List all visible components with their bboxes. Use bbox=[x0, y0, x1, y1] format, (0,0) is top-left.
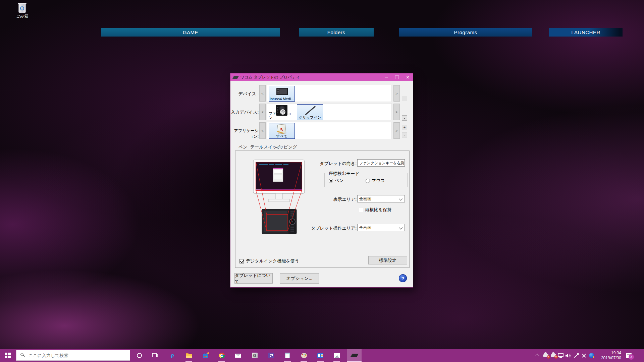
clock-date: 2019/07/30 bbox=[601, 356, 621, 361]
options-button[interactable]: オプション... bbox=[280, 273, 319, 284]
cortana-icon bbox=[137, 353, 142, 358]
store-icon bbox=[203, 353, 208, 358]
input-device-prev-button[interactable]: < bbox=[259, 104, 266, 120]
taskbar-item-photos[interactable] bbox=[329, 349, 344, 362]
chrome-icon bbox=[219, 353, 225, 358]
taskbar-item-mail[interactable] bbox=[231, 349, 246, 362]
dock-button-folders[interactable]: Folders bbox=[299, 28, 374, 37]
mail-icon bbox=[235, 354, 241, 358]
about-tablet-button[interactable]: タブレットについて bbox=[234, 273, 273, 284]
taskbar-item-file-explorer[interactable] bbox=[181, 349, 196, 362]
action-center-button[interactable]: 3 bbox=[623, 349, 635, 362]
search-input[interactable] bbox=[28, 353, 130, 358]
chevron-up-icon bbox=[535, 354, 539, 358]
x-icon bbox=[582, 353, 586, 358]
dock-button-game-label: GAME bbox=[183, 29, 198, 35]
digital-ink-label: デジタルインク機能を使う bbox=[246, 258, 299, 264]
radio-pen[interactable]: ペン bbox=[329, 178, 344, 184]
tray-show-hidden-icons[interactable] bbox=[533, 349, 542, 362]
taskbar: e bbox=[0, 349, 644, 362]
tablet-area-value: 全画面 bbox=[359, 225, 371, 230]
tablet-area-dropdown[interactable]: 全画面 bbox=[357, 224, 405, 231]
input-device-item-functions[interactable]: ファンクション bbox=[269, 104, 295, 120]
device-next-button[interactable]: > bbox=[393, 85, 400, 102]
cloud-error-icon: × bbox=[551, 354, 556, 357]
input-device-row-label: 入力デバイス: bbox=[230, 109, 259, 115]
recycle-bin-icon bbox=[18, 3, 26, 13]
radio-mouse-dot bbox=[366, 179, 370, 183]
radio-pen-dot bbox=[329, 179, 333, 183]
tray-volume[interactable] bbox=[564, 349, 573, 362]
coordinate-mode-group-label: 座標検出モード bbox=[327, 171, 361, 177]
application-remove-button[interactable]: - bbox=[402, 132, 407, 137]
display-area-dropdown[interactable]: 全画面 bbox=[357, 195, 405, 202]
device-list: Intuos4 Medi... bbox=[267, 85, 392, 102]
grip-pen-icon bbox=[304, 106, 317, 116]
application-prev-button[interactable]: < bbox=[259, 122, 266, 139]
application-list-separator bbox=[297, 123, 297, 138]
tablet-orientation-dropdown[interactable]: ファンクションキーを右側 bbox=[357, 159, 405, 167]
minimize-button[interactable] bbox=[381, 73, 391, 81]
application-next-button[interactable]: > bbox=[393, 122, 400, 139]
window-title: ワコム タブレットの プロパティ bbox=[240, 74, 300, 80]
default-settings-button[interactable]: 標準設定 bbox=[368, 256, 407, 264]
keep-aspect-checkbox[interactable]: 縦横比を保持 bbox=[359, 207, 391, 213]
device-prev-button[interactable]: < bbox=[259, 85, 266, 102]
maximize-button[interactable] bbox=[392, 73, 402, 81]
taskbar-clock[interactable]: 19:34 2019/07/30 bbox=[594, 349, 621, 362]
input-device-remove-button[interactable]: - bbox=[402, 115, 407, 121]
input-device-item-label: グリップペン bbox=[299, 115, 321, 120]
pen-icon bbox=[574, 353, 579, 358]
taskbar-item-g-app[interactable]: G bbox=[247, 349, 262, 362]
radio-mouse-label: マウス bbox=[372, 178, 385, 184]
edge-icon: e bbox=[170, 352, 174, 360]
windows-logo-icon bbox=[5, 353, 11, 359]
window-titlebar[interactable]: ワコム タブレットの プロパティ × bbox=[230, 73, 413, 81]
taskbar-item-paint[interactable] bbox=[297, 349, 311, 362]
start-button[interactable] bbox=[0, 349, 15, 362]
notepad-icon bbox=[285, 353, 290, 358]
close-button[interactable]: × bbox=[402, 73, 413, 81]
recycle-bin[interactable]: ごみ箱 bbox=[12, 3, 32, 19]
application-item-all[interactable]: A すべて bbox=[269, 123, 295, 139]
device-item-intuos4[interactable]: Intuos4 Medi... bbox=[269, 86, 295, 102]
help-button[interactable]: ? bbox=[399, 274, 407, 282]
input-device-next-button[interactable]: > bbox=[393, 104, 400, 120]
taskbar-item-edge[interactable]: e bbox=[165, 349, 180, 362]
network-display-icon bbox=[558, 353, 564, 358]
device-item-label: Intuos4 Medi... bbox=[270, 97, 294, 101]
taskbar-item-store[interactable] bbox=[198, 349, 213, 362]
dock-button-programs[interactable]: Programs bbox=[399, 28, 532, 37]
all-applications-icon: A bbox=[277, 124, 286, 134]
taskbar-search[interactable] bbox=[16, 350, 130, 361]
task-view-icon bbox=[152, 353, 158, 358]
tab-mapping[interactable]: マッピング bbox=[275, 144, 297, 150]
dock-button-launcher[interactable]: LAUNCHER bbox=[549, 28, 623, 37]
mapping-illustration bbox=[249, 158, 309, 237]
taskbar-item-blue-card-app[interactable] bbox=[313, 349, 328, 362]
taskbar-item-twitch[interactable] bbox=[264, 349, 278, 362]
tab-pen[interactable]: ペン bbox=[238, 144, 248, 150]
notification-badge: 3 bbox=[629, 354, 634, 360]
taskbar-item-cortana[interactable] bbox=[132, 349, 147, 362]
taskbar-item-notepad[interactable] bbox=[280, 349, 295, 362]
taskbar-item-chrome[interactable] bbox=[214, 349, 229, 362]
photos-icon bbox=[334, 353, 340, 358]
device-remove-button[interactable]: - bbox=[402, 96, 407, 101]
search-icon bbox=[20, 353, 25, 358]
clock-time: 19:34 bbox=[611, 351, 621, 356]
tablet-orientation-label: タブレットの向き: bbox=[304, 161, 357, 167]
input-device-list: ファンクション グリップペン bbox=[267, 103, 392, 120]
dock-button-game[interactable]: GAME bbox=[101, 28, 280, 37]
digital-ink-checkbox[interactable]: デジタルインク機能を使う bbox=[239, 258, 299, 264]
taskbar-item-task-view[interactable] bbox=[148, 349, 162, 362]
speaker-icon bbox=[566, 353, 571, 358]
taskbar-item-wacom-tablet-properties[interactable] bbox=[347, 349, 362, 362]
radio-mouse[interactable]: マウス bbox=[366, 178, 385, 184]
application-add-button[interactable]: + bbox=[402, 125, 407, 130]
keep-aspect-checkbox-box bbox=[359, 208, 363, 212]
display-area-value: 全画面 bbox=[359, 196, 371, 201]
function-keys-icon bbox=[276, 105, 287, 116]
twitch-icon bbox=[268, 353, 274, 358]
input-device-item-grip-pen[interactable]: グリップペン bbox=[297, 104, 323, 120]
